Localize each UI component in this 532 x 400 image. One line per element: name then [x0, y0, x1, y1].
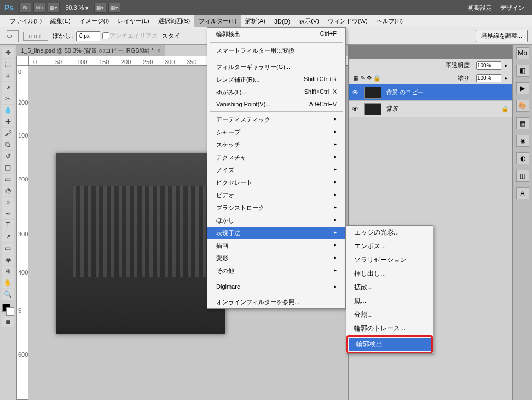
- view-extras-button[interactable]: ▦▾: [48, 3, 60, 13]
- workspace-design[interactable]: デザイン: [500, 4, 524, 11]
- menu-convert-smart[interactable]: スマートフィルター用に変換: [207, 44, 345, 57]
- menu-select[interactable]: 選択範囲(S): [154, 15, 195, 27]
- menu-blur[interactable]: ぼかし: [207, 214, 345, 227]
- opacity-flyout-icon[interactable]: ▸: [505, 62, 508, 69]
- brush-tool[interactable]: 🖌: [2, 128, 14, 139]
- fill-flyout-icon[interactable]: ▸: [505, 75, 508, 82]
- stamp-tool[interactable]: ⧉: [2, 139, 14, 150]
- fill-input[interactable]: [476, 74, 501, 82]
- 3d-tool[interactable]: ◉: [2, 254, 14, 265]
- opacity-input[interactable]: [476, 61, 501, 70]
- color-swatch[interactable]: [2, 304, 14, 316]
- ruler-origin[interactable]: [16, 56, 28, 66]
- menu-3d[interactable]: 3D(D): [270, 16, 294, 26]
- history-brush-tool[interactable]: ↺: [2, 151, 14, 162]
- arrange-button[interactable]: ▦▾: [94, 3, 106, 13]
- submenu-glowing-edges[interactable]: エッジの光彩...: [346, 226, 433, 239]
- move-tool[interactable]: ✥: [2, 47, 14, 58]
- panel-tabs[interactable]: [349, 45, 512, 59]
- menu-sharpen[interactable]: シャープ: [207, 126, 345, 139]
- lasso-tool[interactable]: ⌗: [2, 70, 14, 81]
- quick-select-tool[interactable]: ⸙: [2, 82, 14, 93]
- menu-analysis[interactable]: 解析(A): [241, 15, 270, 27]
- ruler-vertical[interactable]: 0 200 100 200 300 400 5 600: [16, 66, 28, 400]
- layer-row[interactable]: 👁 背景 のコピー: [349, 84, 512, 101]
- antialias-checkbox[interactable]: [102, 32, 109, 39]
- menu-edit[interactable]: 編集(E): [46, 15, 75, 27]
- dock-character-icon[interactable]: A: [516, 187, 529, 199]
- close-icon[interactable]: ×: [157, 48, 160, 54]
- menu-browse-online[interactable]: オンラインフィルターを参照...: [207, 296, 345, 308]
- hand-tool[interactable]: ✋: [2, 277, 14, 288]
- menu-noise[interactable]: ノイズ: [207, 164, 345, 176]
- dock-actions-icon[interactable]: ▶: [516, 82, 529, 94]
- menu-filter-gallery[interactable]: フィルターギャラリー(G)...: [207, 61, 345, 73]
- menu-help[interactable]: ヘルプ(H): [372, 15, 407, 27]
- refine-edge-button[interactable]: 境界線を調整...: [476, 30, 528, 42]
- quickmask-button[interactable]: ◙: [2, 316, 14, 327]
- menu-image[interactable]: イメージ(I): [75, 15, 113, 27]
- menu-digimarc[interactable]: Digimarc: [207, 281, 345, 292]
- pen-tool[interactable]: ✒: [2, 208, 14, 219]
- menu-lens-correction[interactable]: レンズ補正(R)...Shift+Ctrl+R: [207, 73, 345, 86]
- dock-styles-icon[interactable]: ◉: [516, 135, 529, 147]
- 3d-camera-tool[interactable]: ⊕: [2, 266, 14, 277]
- marquee-tool[interactable]: ⬚: [2, 59, 14, 70]
- layer-name[interactable]: 背景 のコピー: [386, 88, 509, 96]
- menu-layer[interactable]: レイヤー(L): [113, 15, 153, 27]
- dock-history-icon[interactable]: ◧: [516, 65, 529, 77]
- healing-tool[interactable]: ✚: [2, 116, 14, 127]
- submenu-wind[interactable]: 風...: [346, 294, 433, 308]
- dodge-tool[interactable]: ○: [2, 197, 14, 208]
- dock-adjustments-icon[interactable]: ◐: [516, 152, 529, 164]
- dock-masks-icon[interactable]: ◫: [516, 170, 529, 182]
- workspace-default[interactable]: 初期設定: [468, 4, 492, 11]
- zoom-tool[interactable]: 🔍: [2, 289, 14, 300]
- menu-last-filter[interactable]: 輪郭検出Ctrl+F: [207, 28, 345, 41]
- menu-liquify[interactable]: ゆがみ(L)...Shift+Ctrl+X: [207, 86, 345, 99]
- visibility-icon[interactable]: 👁: [352, 105, 360, 113]
- bridge-button[interactable]: Br: [19, 3, 31, 13]
- menu-other[interactable]: その他: [207, 265, 345, 277]
- submenu-extrude[interactable]: 押し出し...: [346, 267, 433, 281]
- document-tab[interactable]: 1_5_line.psd @ 50.3% (背景 のコピー, RGB/8#) *…: [16, 45, 165, 56]
- submenu-solarize[interactable]: ソラリゼーション: [346, 253, 433, 267]
- submenu-find-edges[interactable]: 輪郭検出: [349, 338, 431, 351]
- layer-row[interactable]: 👁 背景 🔒: [349, 101, 512, 117]
- menu-view[interactable]: 表示(V): [294, 15, 323, 27]
- menu-artistic[interactable]: アーティスティック: [207, 113, 345, 126]
- minibridge-button[interactable]: Mb: [33, 3, 45, 13]
- menu-filter[interactable]: フィルター(T): [194, 15, 241, 27]
- submenu-diffuse[interactable]: 拡散...: [346, 281, 433, 294]
- dock-color-icon[interactable]: 🎨: [516, 100, 529, 112]
- current-tool-icon[interactable]: ⬭: [7, 30, 19, 42]
- menu-render[interactable]: 描画: [207, 239, 345, 252]
- feather-input[interactable]: [76, 31, 100, 41]
- shape-mode-group[interactable]: □ □ □ □: [23, 32, 48, 41]
- dock-minibridge-icon[interactable]: Mb: [516, 47, 529, 59]
- menu-video[interactable]: ビデオ: [207, 189, 345, 202]
- crop-tool[interactable]: ✂: [2, 93, 14, 104]
- path-tool[interactable]: ↗: [2, 231, 14, 242]
- screen-mode-button[interactable]: ▦▾: [108, 3, 120, 13]
- layer-thumb[interactable]: [364, 87, 381, 99]
- layer-name[interactable]: 背景: [386, 105, 497, 113]
- menu-distort[interactable]: 変形: [207, 252, 345, 265]
- menu-texture[interactable]: テクスチャ: [207, 151, 345, 164]
- blur-tool[interactable]: ◔: [2, 185, 14, 196]
- submenu-tiles[interactable]: 分割...: [346, 308, 433, 322]
- menu-brush-strokes[interactable]: ブラシストローク: [207, 202, 345, 214]
- eyedropper-tool[interactable]: 💧: [2, 105, 14, 116]
- menu-file[interactable]: ファイル(F): [5, 15, 46, 27]
- zoom-level[interactable]: 50.3 % ▾: [65, 4, 89, 12]
- menu-vanishing-point[interactable]: Vanishing Point(V)...Alt+Ctrl+V: [207, 99, 345, 110]
- dock-swatches-icon[interactable]: ▦: [516, 117, 529, 129]
- shape-tool[interactable]: ▭: [2, 243, 14, 254]
- menu-window[interactable]: ウィンドウ(W): [323, 15, 372, 27]
- eraser-tool[interactable]: ◫: [2, 162, 14, 173]
- menu-pixelate[interactable]: ピクセレート: [207, 176, 345, 189]
- gradient-tool[interactable]: ▭: [2, 174, 14, 185]
- submenu-emboss[interactable]: エンボス...: [346, 239, 433, 253]
- visibility-icon[interactable]: 👁: [352, 89, 360, 96]
- menu-stylize[interactable]: 表現手法: [207, 227, 345, 239]
